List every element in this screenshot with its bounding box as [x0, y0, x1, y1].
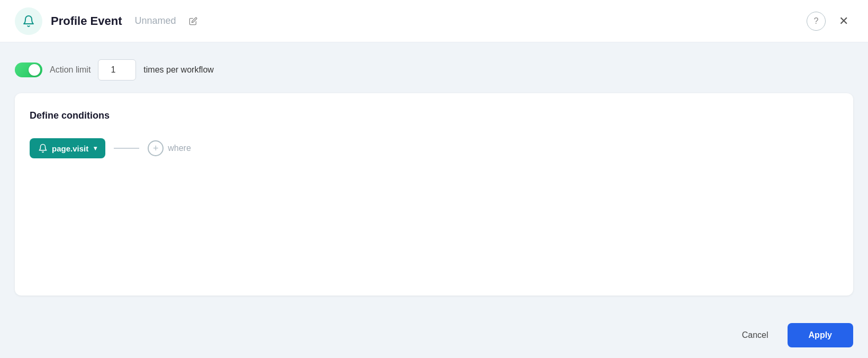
add-condition-icon: +: [148, 140, 164, 156]
modal-footer: Cancel Apply: [0, 312, 868, 358]
close-button[interactable]: ✕: [834, 12, 853, 31]
bell-icon: [22, 15, 35, 28]
close-icon: ✕: [839, 14, 848, 28]
edit-icon: [189, 17, 197, 25]
connector-line: [114, 148, 139, 149]
modal-container: Profile Event Unnamed ? ✕: [0, 0, 868, 358]
event-badge-button[interactable]: page.visit ▾: [30, 138, 105, 158]
where-label: where: [168, 144, 191, 153]
header-subtitle: Unnamed: [134, 15, 176, 26]
action-limit-suffix: times per workflow: [143, 65, 213, 75]
event-badge-label: page.visit: [52, 144, 88, 153]
help-icon: ?: [814, 16, 819, 26]
action-limit-toggle[interactable]: [15, 62, 42, 77]
header-title: Profile Event: [51, 14, 122, 28]
add-where-button[interactable]: + where: [148, 140, 191, 156]
action-limit-row: Action limit times per workflow: [15, 59, 853, 80]
action-limit-input[interactable]: [98, 59, 136, 80]
header-actions: ? ✕: [807, 12, 853, 31]
chevron-down-icon: ▾: [94, 145, 97, 152]
header-icon-circle: [15, 7, 42, 35]
cancel-button[interactable]: Cancel: [731, 324, 779, 346]
modal-content: Action limit times per workflow Define c…: [0, 42, 868, 312]
edit-name-button[interactable]: [185, 13, 202, 30]
conditions-card: Define conditions page.visit ▾ + where: [15, 93, 853, 296]
help-button[interactable]: ?: [807, 12, 826, 31]
action-limit-label: Action limit: [50, 65, 91, 75]
condition-row: page.visit ▾ + where: [30, 138, 838, 158]
toggle-track[interactable]: [15, 62, 42, 77]
event-badge-icon: [38, 144, 48, 153]
apply-button[interactable]: Apply: [788, 323, 853, 347]
toggle-thumb: [29, 64, 40, 76]
conditions-title: Define conditions: [30, 110, 838, 121]
modal-header: Profile Event Unnamed ? ✕: [0, 0, 868, 42]
header-left: Profile Event Unnamed: [15, 7, 807, 35]
